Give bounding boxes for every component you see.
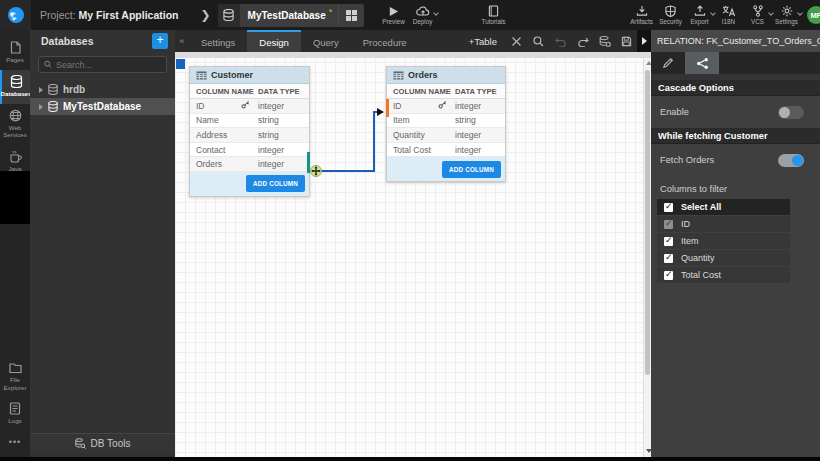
tab-edit-column[interactable] xyxy=(651,52,685,74)
checkbox-checked-icon[interactable] xyxy=(664,271,673,280)
enable-toggle[interactable] xyxy=(778,106,804,119)
filter-item-item[interactable]: Item xyxy=(657,233,790,249)
tab-design[interactable]: Design xyxy=(247,30,301,52)
tutorials-button[interactable]: Tutorials xyxy=(479,0,508,30)
security-button[interactable]: Security xyxy=(656,0,685,30)
sidebar-item-databases[interactable]: Databases xyxy=(0,70,30,104)
zoom-search-button[interactable] xyxy=(532,35,545,48)
add-column-button[interactable]: ADD COLUMN xyxy=(246,175,305,192)
tree-item-label: hrdb xyxy=(63,84,85,95)
table-row[interactable]: Total Cost integer xyxy=(387,143,505,158)
checkbox-checked-icon[interactable] xyxy=(664,254,673,263)
caret-right-icon[interactable] xyxy=(39,87,43,93)
relation-source-anchor[interactable] xyxy=(307,152,310,173)
sidebar-item-pages[interactable]: Pages xyxy=(0,36,30,70)
db-tools-button[interactable]: DB Tools xyxy=(30,433,175,453)
table-row[interactable]: Name string xyxy=(190,114,309,129)
relation-panel-tabs xyxy=(651,52,820,74)
filter-item-id[interactable]: ID xyxy=(657,216,790,232)
checkbox-checked-icon[interactable] xyxy=(664,203,673,212)
db-update-button[interactable] xyxy=(598,35,611,48)
checkbox-checked-icon[interactable] xyxy=(664,237,673,246)
scrollbar-thumb[interactable] xyxy=(645,70,650,375)
deploy-button[interactable]: Deploy xyxy=(408,0,437,30)
design-canvas[interactable]: Customer COLUMN NAME DATA TYPE ID intege… xyxy=(175,52,651,457)
relation-share-icon xyxy=(696,57,709,70)
chevron-down-icon xyxy=(433,10,439,16)
project-label: Project: xyxy=(40,9,76,21)
table-row[interactable]: Address string xyxy=(190,128,309,143)
collapse-panel-button[interactable] xyxy=(175,30,189,52)
export-button[interactable]: Export xyxy=(685,0,714,30)
play-icon xyxy=(388,6,399,17)
app-logo[interactable] xyxy=(0,0,31,30)
filter-item-select-all[interactable]: Select All xyxy=(657,199,790,215)
canvas-vertical-scrollbar[interactable] xyxy=(643,58,651,457)
sidebar-item-logs[interactable]: Logs xyxy=(0,397,30,431)
columns-to-filter-label: Columns to filter xyxy=(651,176,820,199)
filter-item-total-cost[interactable]: Total Cost xyxy=(657,267,790,283)
sidebar-more-button[interactable]: ••• xyxy=(0,431,30,453)
table-row[interactable]: Quantity integer xyxy=(387,128,505,143)
settings-button[interactable]: Settings xyxy=(772,0,801,30)
primary-key-icon xyxy=(438,100,447,111)
caret-right-icon xyxy=(642,37,647,45)
i18n-button[interactable]: I18N xyxy=(714,0,743,30)
table-row[interactable]: ID integer xyxy=(190,99,309,114)
project-name[interactable]: My First Application xyxy=(79,9,179,21)
save-button[interactable] xyxy=(620,35,633,48)
redo-button[interactable] xyxy=(576,35,589,48)
relation-drag-handle[interactable] xyxy=(311,166,322,177)
fetch-orders-toggle[interactable] xyxy=(778,154,804,167)
preview-button[interactable]: Preview xyxy=(379,0,408,30)
close-button[interactable] xyxy=(510,35,523,48)
table-customer-header[interactable]: Customer xyxy=(190,67,309,84)
expand-right-panel-button[interactable] xyxy=(637,30,651,52)
table-row[interactable]: Contact integer xyxy=(190,143,309,158)
tab-relation[interactable] xyxy=(685,52,719,74)
download-icon xyxy=(636,5,648,17)
add-table-button[interactable]: +Table xyxy=(469,36,497,47)
book-icon xyxy=(488,5,499,17)
sidebar-item-web-services[interactable]: Web Services xyxy=(0,104,30,146)
shield-icon xyxy=(665,5,676,17)
add-database-button[interactable]: + xyxy=(152,33,168,49)
app-switcher-icon[interactable] xyxy=(338,4,364,27)
tab-procedure[interactable]: Procedure xyxy=(351,30,419,52)
table-orders-header[interactable]: Orders xyxy=(387,67,505,84)
database-icon xyxy=(10,75,23,88)
columns-filter-list: Select All ID Item Quantity Total Cost xyxy=(651,199,820,283)
database-tab-label: MyTestDatabase xyxy=(240,10,329,21)
table-row[interactable]: Item string xyxy=(387,114,505,129)
sidebar-item-file-explorer[interactable]: File Explorer xyxy=(0,357,30,398)
filter-item-quantity[interactable]: Quantity xyxy=(657,250,790,266)
cascade-options-header: Cascade Options xyxy=(651,80,820,96)
caret-right-icon[interactable] xyxy=(39,104,43,110)
page-icon xyxy=(9,41,22,54)
database-search[interactable] xyxy=(38,56,167,73)
table-row-id-fk[interactable]: ID integer xyxy=(387,99,505,114)
undo-button[interactable] xyxy=(554,35,567,48)
table-customer[interactable]: Customer COLUMN NAME DATA TYPE ID intege… xyxy=(189,66,310,197)
breadcrumb-chevron-icon: ❯ xyxy=(200,8,210,22)
tree-item-label: MyTestDatabase xyxy=(63,101,141,112)
table-column-headers: COLUMN NAME DATA TYPE xyxy=(387,84,505,99)
table-icon xyxy=(393,71,404,80)
database-icon xyxy=(218,4,240,27)
add-column-button[interactable]: ADD COLUMN xyxy=(442,161,501,178)
database-search-input[interactable] xyxy=(56,60,161,70)
tree-item-hrdb[interactable]: hrdb xyxy=(30,81,175,98)
tree-item-mytestdatabase[interactable]: MyTestDatabase xyxy=(30,98,175,115)
artifacts-button[interactable]: Artifacts xyxy=(627,0,656,30)
database-tab[interactable]: MyTestDatabase * xyxy=(218,4,365,27)
table-orders[interactable]: Orders COLUMN NAME DATA TYPE ID integer … xyxy=(386,66,506,182)
search-icon xyxy=(44,60,52,69)
tab-settings[interactable]: Settings xyxy=(189,30,247,52)
table-row-orders-fk[interactable]: Orders integer xyxy=(190,157,309,172)
user-avatar[interactable]: MP xyxy=(807,6,820,24)
app-window: Project: My First Application ❯ MyTestDa… xyxy=(0,0,820,461)
relation-panel: RELATION: FK_Customer_TO_Orders_O... Cas… xyxy=(651,30,820,457)
canvas-corner-marker xyxy=(176,59,185,69)
vcs-button[interactable]: VCS xyxy=(743,0,772,30)
tab-query[interactable]: Query xyxy=(301,30,351,52)
